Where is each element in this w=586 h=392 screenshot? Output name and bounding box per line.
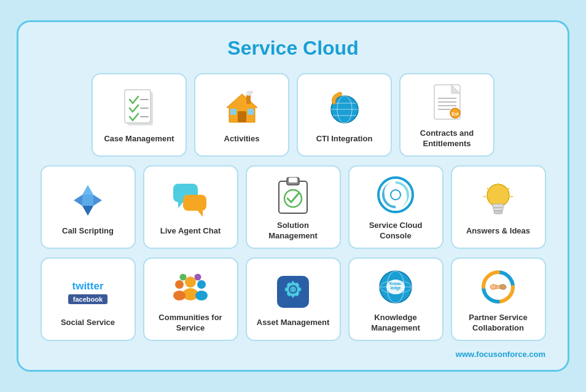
cti-integration-label: CTI Integration	[316, 134, 373, 144]
svg-point-11	[249, 90, 253, 94]
row-3: twitter facebook Social Service	[36, 257, 550, 341]
card-contracts-entitlements[interactable]: Ent Contracts and Entitlements	[399, 73, 494, 157]
communities-service-icon	[170, 266, 211, 308]
svg-rect-44	[494, 211, 502, 214]
svg-rect-37	[289, 178, 297, 182]
svg-rect-43	[493, 208, 503, 211]
svg-point-41	[487, 184, 509, 206]
card-asset-management[interactable]: Asset Management	[246, 257, 341, 341]
svg-line-47	[507, 188, 509, 190]
svg-marker-28	[82, 185, 93, 195]
svg-point-52	[175, 280, 184, 289]
svg-rect-42	[493, 204, 504, 208]
case-management-icon	[119, 87, 160, 129]
svg-point-40	[391, 190, 400, 200]
svg-text:Know-: Know-	[389, 281, 402, 286]
card-activities[interactable]: Activities	[194, 73, 289, 157]
knowledge-management-icon: Know- ledge	[375, 266, 416, 308]
main-container: Service Cloud Case Managemen	[17, 20, 569, 371]
activities-icon	[221, 87, 263, 129]
activities-label: Activities	[224, 134, 260, 144]
knowledge-management-label: Knowledge Management	[354, 313, 437, 334]
card-service-cloud-console[interactable]: Service Cloud Console	[348, 165, 443, 249]
card-communities-service[interactable]: Communities for Service	[143, 257, 238, 341]
cti-integration-icon	[324, 87, 365, 129]
contracts-entitlements-label: Contracts and Entitlements	[405, 128, 488, 149]
card-knowledge-management[interactable]: Know- ledge Knowledge Management	[348, 257, 443, 341]
social-service-icon: twitter facebook	[67, 271, 109, 313]
svg-rect-6	[238, 111, 246, 122]
svg-point-57	[195, 273, 201, 280]
row-2: Call Scripting Live Agent Chat	[36, 165, 550, 249]
facebook-badge: facebook	[68, 294, 107, 304]
svg-point-53	[173, 291, 186, 300]
card-solution-management[interactable]: Solution Management	[246, 165, 341, 249]
partner-service-collaboration-icon	[477, 266, 519, 308]
svg-rect-35	[279, 181, 307, 213]
card-cti-integration[interactable]: CTI Integration	[297, 73, 392, 157]
svg-text:Ent: Ent	[451, 112, 459, 116]
svg-rect-8	[248, 109, 254, 115]
answers-ideas-icon	[477, 179, 519, 221]
solution-management-icon	[272, 174, 314, 216]
svg-point-60	[290, 286, 296, 292]
svg-point-56	[180, 273, 187, 280]
twitter-logo: twitter	[72, 280, 104, 292]
card-partner-service-collaboration[interactable]: Partner Service Collaboration	[451, 257, 546, 341]
answers-ideas-label: Answers & Ideas	[466, 226, 530, 237]
svg-marker-27	[93, 195, 102, 206]
case-management-label: Case Management	[104, 134, 174, 144]
svg-marker-34	[198, 211, 203, 217]
contracts-entitlements-icon: Ent	[426, 82, 468, 123]
svg-point-55	[195, 291, 208, 300]
page-title: Service Cloud	[36, 37, 550, 60]
asset-management-icon	[272, 271, 314, 313]
partner-service-collaboration-label: Partner Service Collaboration	[457, 313, 540, 334]
card-live-agent-chat[interactable]: Live Agent Chat	[143, 165, 238, 249]
card-social-service[interactable]: twitter facebook Social Service	[41, 257, 136, 341]
social-service-label: Social Service	[61, 318, 115, 328]
live-agent-chat-icon	[170, 179, 211, 221]
service-cloud-console-icon	[375, 174, 416, 216]
svg-point-54	[197, 280, 206, 289]
asset-management-label: Asset Management	[257, 318, 329, 328]
svg-rect-9	[246, 95, 251, 104]
svg-text:ledge: ledge	[391, 286, 401, 291]
call-scripting-label: Call Scripting	[62, 226, 114, 237]
card-answers-ideas[interactable]: Answers & Ideas	[451, 165, 546, 249]
svg-marker-26	[74, 195, 82, 206]
svg-rect-33	[183, 195, 206, 211]
svg-marker-30	[82, 195, 93, 206]
svg-marker-29	[82, 206, 93, 216]
card-case-management[interactable]: Case Management	[92, 73, 187, 157]
card-call-scripting[interactable]: Call Scripting	[41, 165, 136, 249]
svg-line-46	[487, 188, 489, 190]
svg-point-50	[185, 276, 196, 288]
footer: www.focusonforce.com	[36, 350, 550, 359]
svg-marker-32	[178, 202, 183, 208]
solution-management-label: Solution Management	[252, 221, 335, 241]
row-1: Case Management Act	[36, 73, 550, 157]
call-scripting-icon	[67, 179, 109, 221]
communities-service-label: Communities for Service	[149, 313, 232, 334]
service-cloud-console-label: Service Cloud Console	[354, 221, 437, 241]
live-agent-chat-label: Live Agent Chat	[160, 226, 221, 237]
svg-rect-7	[230, 109, 236, 115]
